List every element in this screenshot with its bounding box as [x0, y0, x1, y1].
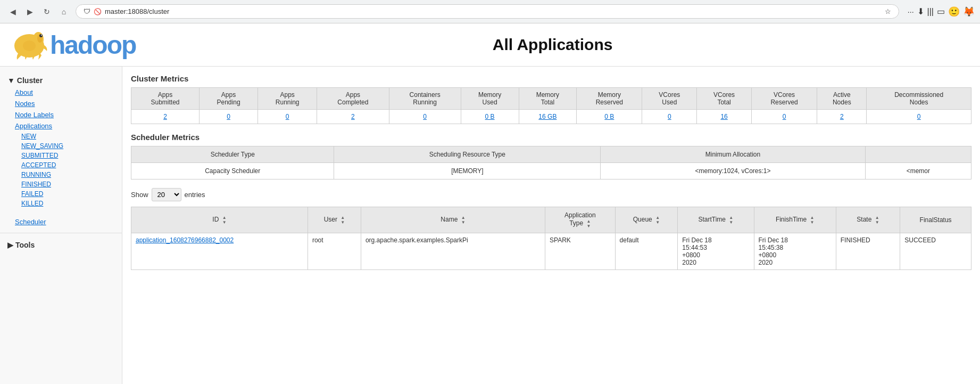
val-apps-pending[interactable]: 0	[200, 110, 258, 124]
main-layout: ▼ Cluster About Nodes Node Labels Applic…	[0, 67, 980, 384]
cell-state: FINISHED	[836, 233, 900, 270]
app-id-link[interactable]: application_1608276966882_0002	[136, 236, 234, 244]
col-final-status[interactable]: FinalStatus	[900, 207, 971, 233]
cell-finish-time: Fri Dec 1815:45:38+08002020	[754, 233, 836, 270]
cell-app-id[interactable]: application_1608276966882_0002	[131, 233, 308, 270]
val-apps-completed[interactable]: 2	[317, 110, 389, 124]
app-type-sort-icon: ▲ ▼	[587, 219, 591, 228]
col-scheduling-resource-type: Scheduling Resource Type	[334, 146, 601, 163]
val-containers-running[interactable]: 0	[389, 110, 461, 124]
col-apps-completed: AppsCompleted	[317, 88, 389, 110]
col-finish-time[interactable]: FinishTime ▲ ▼	[754, 207, 836, 233]
sidebar-item-applications[interactable]: Applications	[4, 120, 118, 132]
tools-section-header[interactable]: ▶ Tools	[4, 239, 118, 251]
content-area: Cluster Metrics AppsSubmitted AppsPendin…	[122, 67, 980, 384]
sidebar-item-submitted[interactable]: SUBMITTED	[4, 151, 118, 160]
address-bar[interactable]: 🛡 🚫 master:18088/cluster ☆	[76, 4, 899, 19]
profile-icon[interactable]: 🙂	[948, 6, 960, 18]
val-memory-used[interactable]: 0 B	[461, 110, 519, 124]
entries-select[interactable]: 10 20 25 50 100	[152, 188, 181, 201]
val-memory-total[interactable]: 16 GB	[519, 110, 577, 124]
back-button[interactable]: ◀	[5, 4, 20, 19]
sidebar-item-failed[interactable]: FAILED	[4, 189, 118, 199]
hadoop-elephant-logo	[11, 29, 48, 61]
col-vcores-used: VCoresUsed	[642, 88, 697, 110]
apps-header-row: ID ▲ ▼ User ▲ ▼	[131, 207, 971, 233]
cluster-section-header[interactable]: ▼ Cluster	[4, 74, 118, 87]
page: hadoop All Applications ▼ Cluster About …	[0, 23, 980, 384]
hadoop-logo-text: hadoop	[50, 30, 136, 60]
library-icon[interactable]: |||	[927, 7, 934, 17]
scheduler-header-row: Scheduler Type Scheduling Resource Type …	[131, 146, 971, 163]
cell-name: org.apache.spark.examples.SparkPi	[361, 233, 545, 270]
cell-app-type: SPARK	[545, 233, 616, 270]
cluster-metrics-title: Cluster Metrics	[131, 74, 971, 83]
cluster-section: ▼ Cluster About Nodes Node Labels Applic…	[0, 72, 122, 230]
home-button[interactable]: ⌂	[56, 4, 71, 19]
scheduler-value-row: Capacity Scheduler [MEMORY] <memory:1024…	[131, 163, 971, 179]
val-vcores-reserved[interactable]: 0	[752, 110, 817, 124]
col-active-nodes: ActiveNodes	[817, 88, 867, 110]
cell-start-time: Fri Dec 1815:44:53+08002020	[678, 233, 754, 270]
forward-button[interactable]: ▶	[22, 4, 37, 19]
sidebar-item-running[interactable]: RUNNING	[4, 170, 118, 179]
val-memory-reserved[interactable]: 0 B	[577, 110, 642, 124]
browser-chrome: ◀ ▶ ↻ ⌂ 🛡 🚫 master:18088/cluster ☆ ··· ⬇…	[0, 0, 980, 23]
val-vcores-total[interactable]: 16	[697, 110, 752, 124]
val-vcores-used[interactable]: 0	[642, 110, 697, 124]
col-queue[interactable]: Queue ▲ ▼	[615, 207, 678, 233]
val-minimum-allocation: <memory:1024, vCores:1>	[601, 163, 865, 179]
sidebar-divider	[0, 233, 122, 233]
sidebar-item-new-saving[interactable]: NEW_SAVING	[4, 141, 118, 151]
user-sort-icon: ▲ ▼	[340, 215, 345, 225]
col-start-time[interactable]: StartTime ▲ ▼	[678, 207, 754, 233]
sidebar-item-accepted[interactable]: ACCEPTED	[4, 160, 118, 170]
queue-sort-icon: ▲ ▼	[655, 215, 660, 225]
col-name[interactable]: Name ▲ ▼	[361, 207, 545, 233]
sidebar-item-finished[interactable]: FINISHED	[4, 179, 118, 189]
sidebar-toggle-icon[interactable]: ▭	[937, 6, 945, 17]
bookmark-icon[interactable]: ☆	[885, 7, 891, 15]
sidebar-item-scheduler[interactable]: Scheduler	[4, 216, 118, 227]
sidebar-item-killed[interactable]: KILLED	[4, 199, 118, 208]
val-apps-running[interactable]: 0	[258, 110, 317, 124]
sidebar-item-node-labels[interactable]: Node Labels	[4, 109, 118, 120]
metrics-header-row: AppsSubmitted AppsPending AppsRunning Ap…	[131, 88, 971, 110]
val-scheduling-resource-type: [MEMORY]	[334, 163, 601, 179]
sidebar: ▼ Cluster About Nodes Node Labels Applic…	[0, 67, 122, 384]
nav-buttons: ◀ ▶ ↻ ⌂	[5, 4, 71, 19]
val-decommissioned-nodes[interactable]: 0	[867, 110, 971, 124]
svg-point-5	[23, 40, 36, 51]
val-apps-submitted[interactable]: 2	[131, 110, 200, 124]
page-title: All Applications	[136, 36, 969, 54]
tools-toggle-icon: ▶	[7, 241, 13, 249]
name-sort-icon: ▲ ▼	[461, 215, 466, 225]
extension-icon[interactable]: 🦊	[963, 6, 975, 18]
col-state[interactable]: State ▲ ▼	[836, 207, 900, 233]
show-entries-bar: Show 10 20 25 50 100 entries	[131, 188, 971, 201]
col-memory-total: MemoryTotal	[519, 88, 577, 110]
scheduler-metrics-title: Scheduler Metrics	[131, 133, 971, 142]
sidebar-item-new[interactable]: NEW	[4, 132, 118, 141]
sidebar-item-nodes[interactable]: Nodes	[4, 98, 118, 109]
header: hadoop All Applications	[0, 23, 980, 67]
val-extra-col: <memor	[865, 163, 971, 179]
col-scheduler-type: Scheduler Type	[131, 146, 334, 163]
col-apps-submitted: AppsSubmitted	[131, 88, 200, 110]
cluster-label: Cluster	[17, 76, 43, 85]
browser-actions: ··· ⬇ ||| ▭ 🙂 🦊	[908, 6, 975, 18]
entries-label: entries	[185, 191, 205, 199]
start-time-sort-icon: ▲ ▼	[729, 215, 733, 225]
col-user[interactable]: User ▲ ▼	[308, 207, 361, 233]
col-application-type[interactable]: ApplicationType ▲ ▼	[545, 207, 616, 233]
table-row: application_1608276966882_0002 root org.…	[131, 233, 971, 270]
cell-user: root	[308, 233, 361, 270]
val-active-nodes[interactable]: 2	[817, 110, 867, 124]
download-icon[interactable]: ⬇	[917, 6, 924, 17]
refresh-button[interactable]: ↻	[39, 4, 54, 19]
more-options-icon[interactable]: ···	[908, 7, 914, 16]
col-id[interactable]: ID ▲ ▼	[131, 207, 308, 233]
cell-queue: default	[615, 233, 678, 270]
sidebar-item-about[interactable]: About	[4, 87, 118, 98]
svg-point-4	[41, 35, 42, 36]
